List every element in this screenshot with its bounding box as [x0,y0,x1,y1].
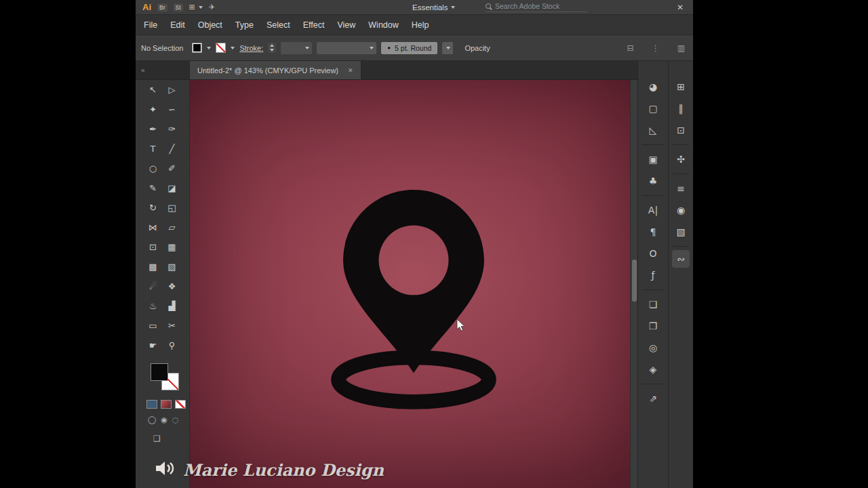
vertical-scrollbar[interactable] [630,80,637,488]
brushes-panel-icon[interactable]: ✣ [669,148,693,170]
scale-tool[interactable]: ◱ [163,198,182,218]
selection-tool[interactable]: ↖ [144,80,163,100]
pencil-tool[interactable]: ✎ [144,178,163,198]
symbols-panel-icon[interactable]: ♣ [638,170,668,192]
width-profile-dropdown[interactable] [317,42,376,54]
paintbrush-tool[interactable]: ✐ [163,159,182,178]
panel-group-divider [673,174,689,174]
pen-tool[interactable]: ✒ [144,119,163,139]
gradient-button[interactable] [161,400,172,409]
slice-tool[interactable]: ✂ [163,316,182,336]
pathfinder-panel-icon[interactable]: ⊡ [669,119,693,141]
image-trace-panel-icon[interactable]: ▣ [638,148,668,170]
dock-columns-icon[interactable]: ▥ [677,43,685,53]
opacity-label[interactable]: Opacity [465,44,490,52]
asset-export-panel-icon[interactable]: ❐ [638,315,668,337]
menu-help[interactable]: Help [412,20,429,30]
symbol-sprayer-tool[interactable]: ♨ [144,296,163,316]
stroke-label[interactable]: Stroke: [239,44,263,52]
brush-definition-dropdown[interactable]: ● 5 pt. Round [381,42,437,54]
stock-icon[interactable]: St [174,3,183,12]
zoom-tool[interactable]: ⚲ [163,336,182,355]
opentype-panel-icon[interactable]: O [638,243,668,264]
collapse-tools-button[interactable]: « [141,66,145,74]
align-panel-icon[interactable]: ‖ [669,98,693,119]
gradient-panel-icon[interactable]: ◉ [669,199,693,221]
color-guide-panel-icon[interactable]: ◺ [638,119,668,141]
stroke-weight-dropdown[interactable] [281,42,312,54]
line-segment-tool[interactable]: ╱ [163,139,182,159]
column-graph-tool[interactable]: ▟ [163,296,182,316]
location-pin-artwork[interactable] [333,186,494,408]
transparency-panel-icon[interactable]: ▧ [669,221,693,243]
none-button[interactable] [175,400,186,409]
curvature-tool[interactable]: ✑ [163,119,182,139]
type-tool[interactable]: T [144,139,163,159]
stroke-dropdown-icon[interactable] [231,47,235,49]
glyphs-panel-icon[interactable]: ƒ [638,264,668,286]
fill-color-swatch[interactable] [192,43,202,53]
stroke-weight-stepper[interactable] [268,43,276,53]
menu-type[interactable]: Type [235,20,254,30]
menu-effect[interactable]: Effect [303,20,325,30]
direct-selection-tool[interactable]: ▷ [163,80,182,100]
bridge-icon[interactable]: Br [157,3,167,12]
arrange-documents-icon[interactable]: ⊞ [189,3,203,12]
appearance-panel-icon[interactable]: ◎ [638,337,668,359]
artboards-panel-icon[interactable]: ❏ [638,293,668,315]
menu-file[interactable]: File [144,20,157,30]
shaper-tool[interactable]: ◪ [163,178,182,198]
graphic-styles-panel-icon[interactable]: ∾ [672,250,690,268]
draw-behind-mode-button[interactable]: ◉ [161,415,167,424]
width-tool[interactable]: ⋈ [144,218,163,237]
artboard-tool[interactable]: ▭ [144,316,163,336]
character-panel-icon[interactable]: A| [638,199,668,221]
stroke-color-swatch[interactable] [216,43,226,53]
layers-panel-icon[interactable]: ◈ [638,359,668,380]
transform-panel-icon[interactable]: ⊞ [669,76,693,98]
workspace-switcher[interactable]: Essentials [412,3,455,12]
search-icon [486,3,491,9]
eyedropper-tool[interactable]: ☄ [144,277,163,296]
tab-close-icon[interactable]: ✕ [348,67,353,74]
panel-group-divider [642,195,664,196]
gradient-tool[interactable]: ▧ [163,257,182,277]
export-panel-icon[interactable]: ⇗ [638,388,668,409]
tools-panel: « ↖▷✦∽✒✑T╱○✐✎◪↻◱⋈▱⊡▦▩▧☄❖♨▟▭✂☛⚲ ◯ ◉ ◌ [136,61,190,488]
dock-grid-icon[interactable]: ⊟ [627,43,634,53]
perspective-grid-tool[interactable]: ▦ [163,237,182,257]
magic-wand-tool[interactable]: ✦ [144,100,163,119]
shape-builder-tool[interactable]: ⊡ [144,237,163,257]
screen-mode-button[interactable]: ❑ [153,434,161,443]
free-transform-tool[interactable]: ▱ [163,218,182,237]
hand-tool[interactable]: ☛ [144,336,163,355]
fill-swatch[interactable] [151,363,168,381]
draw-inside-mode-button[interactable]: ◌ [172,415,179,424]
lasso-tool[interactable]: ∽ [163,100,182,119]
paragraph-panel-icon[interactable]: ¶ [638,221,668,243]
rotate-tool[interactable]: ↻ [144,198,163,218]
color-button[interactable] [146,400,157,409]
share-icon[interactable]: ✈ [209,3,215,12]
menu-select[interactable]: Select [267,20,290,30]
scrollbar-thumb[interactable] [632,260,637,302]
libraries-panel-icon[interactable]: ▢ [638,98,668,119]
canvas-artboard[interactable] [190,80,637,488]
brush-dropdown-arrow[interactable] [442,42,453,54]
stroke-panel-icon[interactable]: ≡ [669,178,693,199]
mesh-tool[interactable]: ▩ [144,257,163,277]
illustrator-window: Ai Br St ⊞ ✈ Essentials Search Adobe Sto… [136,0,693,488]
color-panel-icon[interactable]: ◕ [638,76,668,98]
document-tab[interactable]: Untitled-2* @ 143% (CMYK/GPU Preview) ✕ [190,61,361,79]
draw-normal-mode-button[interactable]: ◯ [148,415,156,424]
menu-window[interactable]: Window [368,20,398,30]
menu-edit[interactable]: Edit [170,20,185,30]
close-button[interactable]: ✕ [677,3,684,12]
stock-search-input[interactable]: Search Adobe Stock [486,2,587,12]
blend-tool[interactable]: ❖ [163,277,182,296]
fill-dropdown-icon[interactable] [207,47,211,49]
ellipse-tool[interactable]: ○ [144,159,163,178]
menu-object[interactable]: Object [198,20,222,30]
dock-flow-icon[interactable]: ⋮ [652,43,660,53]
menu-view[interactable]: View [337,20,355,30]
